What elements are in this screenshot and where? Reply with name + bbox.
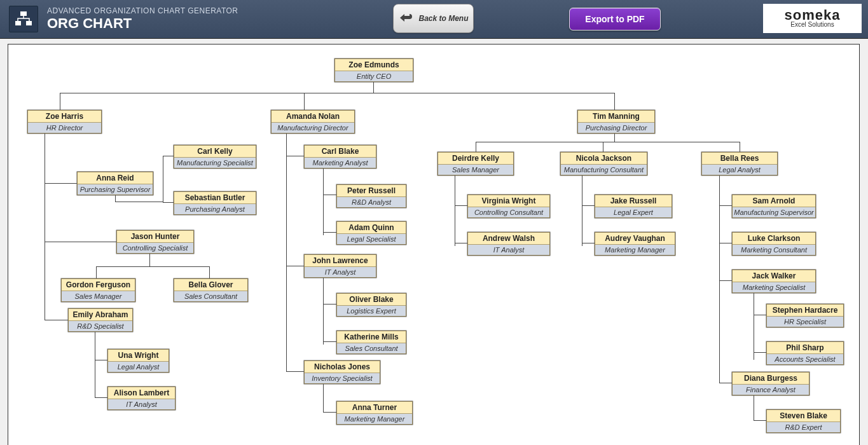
org-node: Diana Burgess Finance Analyst [732, 372, 809, 395]
org-node: Katherine Mills Sales Consultant [336, 331, 406, 354]
app-header: ADVANCED ORGANIZATION CHART GENERATOR OR… [0, 0, 868, 39]
org-node: Phil Sharp Accounts Specialist [766, 341, 844, 365]
org-node: Bella Glover Sales Consultant [174, 278, 248, 302]
org-node: Audrey Vaughan Marketing Manager [595, 232, 675, 256]
org-node: John Lawrence IT Analyst [304, 254, 376, 278]
org-node: Sebastian Butler Purchasing Analyst [174, 191, 256, 215]
brand-name: someka [785, 9, 841, 22]
org-node: Stephen Hardacre HR Specialist [766, 304, 844, 327]
org-node: Gordon Ferguson Sales Manager [61, 278, 135, 302]
brand-tagline: Excel Solutions [790, 21, 834, 28]
org-node: Luke Clarkson Marketing Consultant [732, 232, 816, 256]
org-node-ceo: Zoe Edmunds Entity CEO [334, 58, 413, 82]
org-node: Bella Rees Legal Analyst [701, 152, 778, 175]
org-node: Deirdre Kelly Sales Manager [437, 152, 514, 175]
org-node: Amanda Nolan Manufacturing Director [271, 110, 355, 134]
back-arrow-icon [398, 11, 415, 25]
org-node: Anna Turner Marketing Manager [336, 401, 413, 425]
org-node: Tim Manning Purchasing Director [577, 110, 655, 134]
org-node: Jake Russell Legal Expert [595, 195, 672, 218]
header-titles: ADVANCED ORGANIZATION CHART GENERATOR OR… [47, 7, 238, 31]
svg-rect-2 [26, 21, 32, 25]
org-node: Anna Reid Purchasing Supervisor [77, 172, 153, 195]
org-node: Peter Russell R&D Analyst [336, 184, 406, 208]
org-node: Steven Blake R&D Expert [766, 409, 841, 433]
svg-rect-0 [20, 11, 27, 16]
org-node: Jason Hunter Controlling Specialist [116, 230, 194, 254]
org-node: Nicholas Jones Inventory Specialist [304, 360, 380, 384]
org-node: Adam Quinn Legal Specialist [336, 221, 406, 245]
org-node: Una Wright Legal Analyst [107, 349, 169, 373]
org-node: Emily Abraham R&D Specialist [68, 308, 133, 332]
node-role: Entity CEO [335, 71, 413, 81]
svg-rect-1 [15, 21, 21, 25]
org-chart-canvas: Zoe Edmunds Entity CEO Zoe Harris HR Dir… [8, 44, 860, 445]
back-button-label: Back to Menu [418, 15, 468, 23]
export-button-label: Export to PDF [585, 14, 644, 24]
app-logo-icon [9, 6, 38, 32]
org-node: Alison Lambert IT Analyst [107, 387, 176, 410]
org-node: Zoe Harris HR Director [27, 110, 102, 134]
node-name: Zoe Edmunds [335, 59, 413, 71]
org-node: Carl Blake Marketing Analyst [304, 145, 376, 168]
org-node: Oliver Blake Logistics Expert [336, 293, 406, 317]
org-node: Carl Kelly Manufacturing Specialist [174, 145, 256, 168]
org-node: Jack Walker Marketing Specialist [732, 270, 816, 293]
header-title: ORG CHART [47, 16, 238, 31]
org-node: Virginia Wright Controlling Consultant [467, 195, 550, 218]
org-node: Sam Arnold Manufacturing Supervisor [732, 195, 816, 218]
back-to-menu-button[interactable]: Back to Menu [393, 4, 474, 33]
org-node: Nicola Jackson Manufacturing Consultant [560, 152, 647, 175]
brand-logo: someka Excel Solutions [763, 4, 862, 33]
header-subtitle: ADVANCED ORGANIZATION CHART GENERATOR [47, 7, 238, 15]
org-node: Andrew Walsh IT Analyst [467, 232, 550, 256]
export-pdf-button[interactable]: Export to PDF [569, 8, 661, 31]
